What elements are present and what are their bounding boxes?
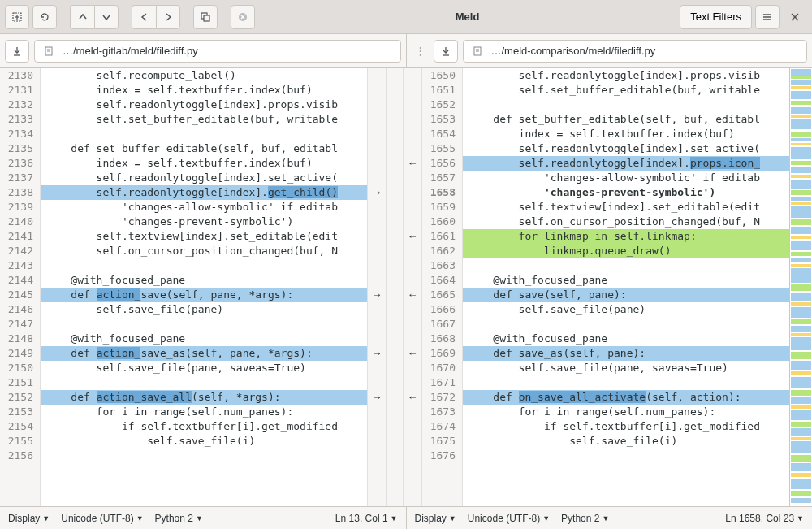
prev-change-button[interactable] (70, 5, 94, 29)
text-filters-button[interactable]: Text Filters (680, 5, 752, 29)
right-merge-arrow[interactable]: ← (404, 288, 421, 302)
back-button[interactable] (132, 5, 156, 29)
code-line[interactable]: @with_focused_pane (41, 273, 367, 288)
code-line[interactable]: self.readonlytoggle[index].get_child() (41, 185, 367, 200)
right-merge-arrow[interactable]: ← (404, 390, 421, 405)
right-merge-arrow[interactable]: ← (404, 346, 421, 361)
code-line[interactable]: for linkmap in self.linkmap: (463, 229, 789, 244)
code-line[interactable]: self.on_cursor_position_changed(buf, N (463, 215, 789, 229)
save-left-button[interactable] (5, 40, 29, 63)
code-line[interactable] (41, 317, 367, 332)
left-code[interactable]: self.recompute_label() index = self.text… (41, 68, 367, 506)
status-display-right[interactable]: Display▼ (415, 513, 456, 524)
left-merge-arrow[interactable]: → (368, 390, 386, 405)
code-line[interactable]: @with_focused_pane (41, 332, 367, 346)
code-line[interactable]: self.save_file(pane, saveas=True) (463, 361, 789, 375)
status-display-left[interactable]: Display▼ (8, 513, 50, 524)
status-lang-left[interactable]: Python 2▼ (155, 513, 203, 524)
save-right-button[interactable] (434, 40, 458, 63)
copy-button[interactable] (193, 5, 218, 29)
forward-button[interactable] (156, 5, 180, 29)
code-line[interactable]: def on_save_all_activate(self, action): (463, 390, 789, 405)
code-line[interactable]: for i in range(self.num_panes): (41, 405, 367, 419)
code-line[interactable]: self.readonlytoggle[index].props.icon_ (463, 156, 789, 171)
hamburger-menu-button[interactable] (755, 5, 780, 29)
code-line[interactable]: self.save_file(pane, saveas=True) (41, 361, 367, 375)
path-bar: …/meld-gitlab/meld/filediff.py ⋮ …/meld-… (0, 34, 812, 68)
next-change-button[interactable] (94, 5, 119, 29)
code-line[interactable]: 'changes-allow-symbolic' if editab (463, 171, 789, 185)
code-line[interactable]: self.textview[index].set_editable(edit (41, 229, 367, 244)
code-line[interactable] (463, 375, 789, 390)
code-line[interactable]: self.save_file(i) (463, 434, 789, 449)
code-line[interactable] (463, 258, 789, 273)
code-line[interactable]: index = self.textbuffer.index(buf) (463, 127, 789, 141)
code-line[interactable] (463, 317, 789, 332)
right-code[interactable]: self.readonlytoggle[index].props.visib s… (463, 68, 789, 506)
code-line[interactable]: for i in range(self.num_panes): (463, 405, 789, 419)
document-icon (43, 46, 54, 57)
code-line[interactable]: def action_save_all(self, *args): (41, 390, 367, 405)
drag-handle-icon[interactable]: ⋮ (412, 45, 429, 57)
code-line[interactable]: def save_as(self, pane): (463, 346, 789, 361)
status-left: Display▼ Unicode (UTF-8)▼ Python 2▼ Ln 1… (0, 507, 407, 529)
code-line[interactable] (41, 449, 367, 463)
code-line[interactable]: index = self.textbuffer.index(buf) (41, 83, 367, 98)
code-line[interactable]: self.save_file(i) (41, 434, 367, 449)
refresh-button[interactable] (32, 5, 57, 29)
status-encoding-left[interactable]: Unicode (UTF-8)▼ (61, 513, 143, 524)
code-line[interactable]: def action_save(self, pane, *args): (41, 288, 367, 302)
close-window-button[interactable] (783, 5, 807, 29)
status-pos-right[interactable]: Ln 1658, Col 23▼ (725, 513, 804, 524)
code-line[interactable]: 'changes-allow-symbolic' if editab (41, 200, 367, 215)
status-encoding-right[interactable]: Unicode (UTF-8)▼ (468, 513, 550, 524)
right-action-gutter[interactable]: ←←←←← (403, 68, 422, 506)
code-line[interactable]: index = self.textbuffer.index(buf) (41, 156, 367, 171)
code-line[interactable] (41, 258, 367, 273)
code-line[interactable]: if self.textbuffer[i].get_modified (41, 419, 367, 434)
new-tab-button[interactable] (5, 5, 29, 29)
file-path-right[interactable]: …/meld-comparison/meld/filediff.py (463, 40, 808, 63)
code-line[interactable]: self.save_file(pane) (41, 302, 367, 317)
file-path-left-text: …/meld-gitlab/meld/filediff.py (63, 45, 198, 57)
right-merge-arrow[interactable]: ← (404, 229, 421, 244)
left-merge-arrow[interactable]: → (368, 185, 386, 200)
code-line[interactable]: self.readonlytoggle[index].props.visib (41, 98, 367, 112)
left-merge-arrow[interactable]: → (368, 346, 386, 361)
code-line[interactable]: self.on_cursor_position_changed(buf, N (41, 244, 367, 258)
left-merge-arrow[interactable]: → (368, 288, 386, 302)
stop-button[interactable] (231, 5, 255, 29)
code-line[interactable]: self.readonlytoggle[index].props.visib (463, 68, 789, 83)
code-line[interactable]: self.save_file(pane) (463, 302, 789, 317)
window-title: Meld (258, 11, 676, 23)
code-line[interactable]: 'changes-prevent-symbolic') (463, 185, 789, 200)
code-line[interactable]: def set_buffer_editable(self, buf, edita… (463, 112, 789, 127)
left-line-numbers: 2130213121322133213421352136213721382139… (0, 68, 41, 506)
code-line[interactable]: self.readonlytoggle[index].set_active( (463, 141, 789, 156)
code-line[interactable] (41, 375, 367, 390)
code-line[interactable]: self.textview[index].set_editable(edit (463, 200, 789, 215)
svg-rect-4 (204, 15, 209, 21)
code-line[interactable] (463, 449, 789, 463)
code-line[interactable]: @with_focused_pane (463, 273, 789, 288)
code-line[interactable]: @with_focused_pane (463, 332, 789, 346)
code-line[interactable] (41, 127, 367, 141)
code-line[interactable]: def save(self, pane): (463, 288, 789, 302)
code-line[interactable]: self.recompute_label() (41, 68, 367, 83)
code-line[interactable]: def action_save_as(self, pane, *args): (41, 346, 367, 361)
right-merge-arrow[interactable]: ← (404, 156, 421, 171)
code-line[interactable]: self.set_buffer_editable(buf, writable (463, 83, 789, 98)
status-pos-left[interactable]: Ln 13, Col 1▼ (335, 513, 398, 524)
code-line[interactable] (463, 98, 789, 112)
middle-link-gutter (387, 68, 403, 506)
overview-map[interactable] (789, 68, 812, 506)
code-line[interactable]: self.readonlytoggle[index].set_active( (41, 171, 367, 185)
file-path-left[interactable]: …/meld-gitlab/meld/filediff.py (34, 40, 401, 63)
code-line[interactable]: linkmap.queue_draw() (463, 244, 789, 258)
left-action-gutter[interactable]: →→→→ (367, 68, 387, 506)
code-line[interactable]: self.set_buffer_editable(buf, writable (41, 112, 367, 127)
code-line[interactable]: 'changes-prevent-symbolic') (41, 215, 367, 229)
code-line[interactable]: def set_buffer_editable(self, buf, edita… (41, 141, 367, 156)
code-line[interactable]: if self.textbuffer[i].get_modified (463, 419, 789, 434)
status-lang-right[interactable]: Python 2▼ (561, 513, 609, 524)
